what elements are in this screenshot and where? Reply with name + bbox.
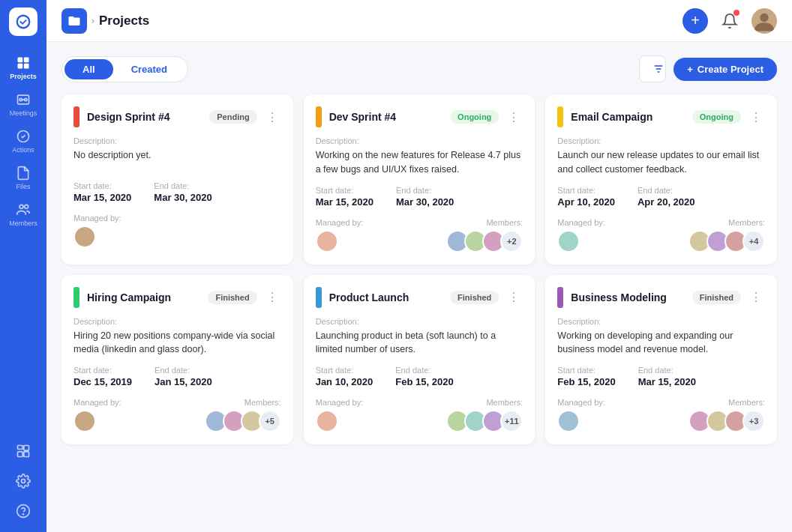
card-product-launch: Product Launch Finished ⋮ Description: L…: [304, 275, 536, 445]
card-header: Design Sprint #4 Pending ⋮: [74, 106, 281, 127]
end-date-label: End date:: [396, 186, 454, 195]
sidebar-item-help[interactable]: [16, 498, 31, 525]
end-date-label: End date:: [154, 181, 212, 190]
sidebar: Projects Meetings Actions Files Members: [0, 0, 46, 532]
card-footer: Managed by: Members: +2: [316, 218, 524, 253]
content-area: All Created + Create Project Design Spri…: [46, 42, 792, 532]
card-title: Business Modeling: [571, 291, 692, 303]
start-date-value: Dec 15, 2019: [74, 376, 132, 387]
sidebar-item-meetings[interactable]: Meetings: [0, 86, 46, 123]
description-label: Description:: [74, 136, 281, 145]
card-color-indicator: [316, 106, 322, 127]
start-date-label: Start date:: [316, 186, 374, 195]
card-dates: Start date: Apr 10, 2020 End date: Apr 2…: [557, 186, 765, 208]
card-title: Dev Sprint #4: [329, 111, 450, 123]
start-date-group: Start date: Dec 15, 2019: [74, 366, 132, 387]
sidebar-item-dashboard[interactable]: [16, 438, 31, 465]
managed-avatars: [316, 230, 364, 253]
managed-avatar: [557, 230, 580, 253]
card-design-sprint: Design Sprint #4 Pending ⋮ Description: …: [62, 94, 293, 265]
svg-point-6: [20, 98, 22, 100]
sidebar-item-files[interactable]: Files: [0, 160, 46, 196]
end-date-group: End date: Mar 30, 2020: [154, 181, 212, 203]
card-menu-dots[interactable]: ⋮: [747, 109, 765, 126]
tab-created[interactable]: Created: [113, 59, 185, 79]
managed-by-section: Managed by:: [316, 218, 364, 253]
card-dates: Start date: Mar 15, 2020 End date: Mar 3…: [316, 186, 524, 208]
user-avatar[interactable]: [752, 8, 777, 34]
member-count-badge: +4: [742, 230, 765, 253]
card-dates: Start date: Dec 15, 2019 End date: Jan 1…: [74, 366, 281, 387]
svg-point-16: [22, 480, 26, 483]
start-date-value: Apr 10, 2020: [557, 196, 615, 208]
managed-label: Managed by:: [74, 214, 122, 223]
card-status-badge: Ongoing: [450, 110, 499, 124]
card-footer: Managed by: Members: +5: [74, 398, 281, 432]
managed-avatar: [74, 410, 96, 432]
managed-avatars: [74, 410, 122, 432]
svg-rect-3: [18, 64, 23, 69]
card-color-indicator: [557, 106, 563, 127]
managed-avatar: [316, 410, 338, 432]
add-button[interactable]: +: [682, 8, 708, 34]
managed-label: Managed by:: [74, 398, 122, 407]
card-hiring-campaign: Hiring Campaign Finished ⋮ Description: …: [62, 275, 293, 445]
svg-rect-13: [24, 446, 29, 451]
card-color-indicator: [74, 287, 80, 308]
end-date-group: End date: Mar 15, 2020: [638, 366, 696, 387]
card-business-modeling: Business Modeling Finished ⋮ Description…: [545, 275, 777, 445]
start-date-value: Feb 15, 2020: [557, 376, 615, 387]
card-description: Launching product in beta (soft launch) …: [316, 329, 524, 357]
card-menu-dots[interactable]: ⋮: [747, 288, 765, 306]
tab-group: All Created: [62, 56, 188, 82]
description-label: Description:: [557, 317, 765, 326]
managed-by-section: Managed by:: [557, 398, 605, 432]
members-avatars: +11: [446, 410, 523, 432]
card-menu-dots[interactable]: ⋮: [263, 288, 281, 306]
card-color-indicator: [557, 287, 563, 308]
sidebar-item-members[interactable]: Members: [0, 196, 46, 233]
managed-avatars: [557, 410, 605, 432]
managed-label: Managed by:: [316, 218, 364, 227]
start-date-label: Start date:: [74, 366, 132, 375]
sidebar-item-settings[interactable]: [16, 468, 31, 495]
end-date-value: Apr 20, 2020: [638, 196, 695, 208]
managed-avatar: [74, 226, 96, 248]
start-date-value: Jan 10, 2020: [316, 376, 374, 387]
card-status-badge: Finished: [208, 291, 256, 304]
card-menu-dots[interactable]: ⋮: [263, 109, 281, 126]
card-menu-dots[interactable]: ⋮: [505, 109, 523, 126]
logo[interactable]: [9, 7, 38, 36]
members-avatars: +5: [205, 410, 281, 432]
card-footer: Managed by: Members: +3: [557, 398, 765, 432]
notifications-button[interactable]: [717, 8, 742, 34]
end-date-group: End date: Apr 20, 2020: [638, 186, 695, 208]
managed-label: Managed by:: [316, 398, 364, 407]
sidebar-item-actions[interactable]: Actions: [0, 123, 46, 160]
managed-by-section: Managed by:: [316, 398, 364, 432]
create-project-button[interactable]: + Create Project: [674, 58, 777, 81]
member-count-badge: +11: [500, 410, 523, 432]
card-header: Product Launch Finished ⋮: [316, 287, 524, 308]
managed-avatars: [557, 230, 605, 253]
member-count-badge: +5: [259, 410, 281, 432]
members-section: Members: +5: [205, 398, 281, 432]
description-label: Description:: [557, 136, 765, 145]
filter-button[interactable]: [639, 55, 666, 82]
card-menu-dots[interactable]: ⋮: [505, 288, 523, 306]
members-label: Members:: [728, 398, 765, 407]
end-date-value: Jan 15, 2020: [154, 376, 212, 387]
start-date-value: Mar 15, 2020: [316, 196, 374, 208]
managed-label: Managed by:: [557, 398, 605, 407]
svg-point-10: [20, 205, 23, 208]
breadcrumb-sep: ›: [92, 16, 94, 26]
breadcrumb: › Projects: [62, 8, 675, 34]
card-dates: Start date: Mar 15, 2020 End date: Mar 3…: [74, 181, 281, 203]
sidebar-item-projects[interactable]: Projects: [0, 49, 46, 86]
managed-by-section: Managed by:: [74, 398, 122, 432]
tab-all[interactable]: All: [64, 59, 113, 79]
end-date-group: End date: Jan 15, 2020: [154, 366, 212, 387]
start-date-group: Start date: Mar 15, 2020: [74, 181, 131, 203]
end-date-label: End date:: [638, 366, 696, 375]
projects-icon: [62, 8, 87, 34]
